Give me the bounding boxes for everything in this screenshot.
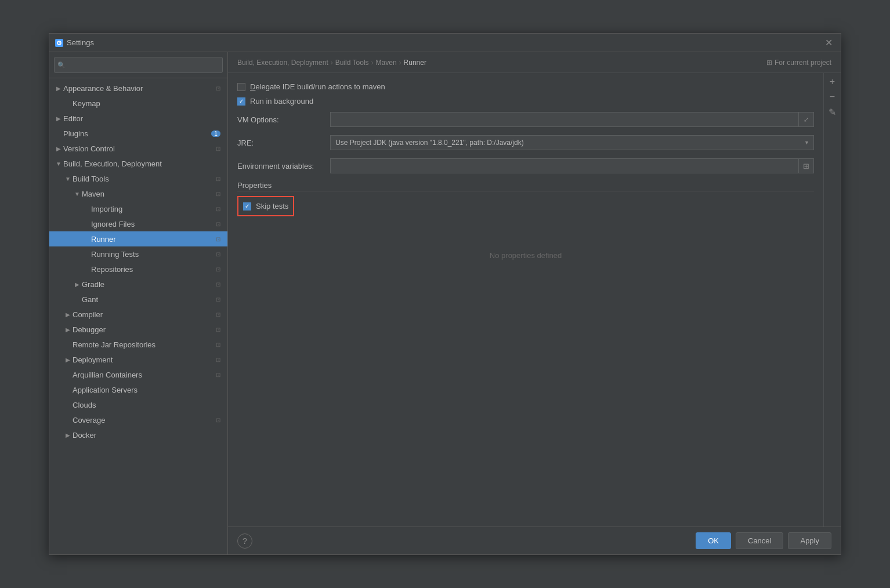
sidebar-tree: Appearance & Behavior ⊡ Keymap Editor Pl… [49,78,227,554]
edit-property-button[interactable]: ✎ [826,106,839,118]
jre-row: JRE: Use Project JDK (java version "1.8.… [237,135,814,151]
settings-content: Delegate IDE build/run actions to maven … [228,73,823,527]
sidebar-item-deployment[interactable]: Deployment ⊡ [49,352,227,367]
sidebar-item-running-tests[interactable]: Running Tests ⊡ [49,246,227,262]
sidebar-item-label: Editor [63,114,223,123]
copy-icon: ⊡ [214,280,223,289]
sidebar-item-compiler[interactable]: Compiler ⊡ [49,307,227,322]
arrow-editor [54,114,63,123]
env-vars-row: Environment variables: ⊞ [237,158,814,174]
sidebar-item-plugins[interactable]: Plugins 1 [49,126,227,141]
sidebar-item-application-servers[interactable]: Application Servers [49,382,227,397]
sidebar-item-label: Gradle [82,280,214,289]
vm-options-row: VM Options: ⤢ [237,111,814,128]
copy-icon: ⊡ [214,310,223,319]
breadcrumb: Build, Execution, Deployment › Build Too… [237,59,426,67]
delegate-checkbox[interactable] [237,83,245,91]
search-input[interactable] [54,57,223,73]
sidebar-item-repositories[interactable]: Repositories ⊡ [49,262,227,277]
sidebar-item-build-execution[interactable]: Build, Execution, Deployment [49,156,227,171]
apply-button[interactable]: Apply [788,532,831,549]
copy-icon: ⊡ [214,249,223,259]
copy-icon: ⊡ [214,264,223,274]
sidebar-item-coverage[interactable]: Coverage ⊡ [49,412,227,427]
sidebar-item-label: Runner [91,235,214,244]
sidebar-item-remote-jar[interactable]: Remote Jar Repositories ⊡ [49,337,227,352]
sidebar-item-label: Arquillian Containers [73,371,214,379]
sidebar-item-clouds[interactable]: Clouds [49,397,227,412]
jre-select[interactable]: Use Project JDK (java version "1.8.0_221… [330,135,814,150]
sidebar-item-label: Build, Execution, Deployment [63,159,223,168]
sidebar-item-label: Remote Jar Repositories [73,340,214,349]
sidebar-item-label: Keymap [73,99,223,108]
copy-icon: ⊡ [214,340,223,349]
breadcrumb-current: Runner [404,59,426,67]
properties-label: Properties [237,181,814,191]
env-browse-btn[interactable]: ⊞ [799,158,814,173]
vm-options-input[interactable] [330,112,799,127]
env-vars-control: ⊞ [330,158,814,173]
sidebar-item-gradle[interactable]: Gradle ⊡ [49,277,227,292]
run-background-label: Run in background [250,97,313,106]
delegate-checkbox-row: Delegate IDE build/run actions to maven [237,82,814,91]
sidebar-item-label: Docker [73,431,223,440]
sidebar: Appearance & Behavior ⊡ Keymap Editor Pl… [49,52,228,554]
run-background-checkbox[interactable] [237,97,245,106]
copy-icon: ⊡ [214,295,223,304]
sidebar-item-version-control[interactable]: Version Control ⊡ [49,141,227,156]
sidebar-item-label: Appearance & Behavior [63,84,214,93]
sidebar-item-label: Build Tools [73,175,214,183]
no-properties-text: No properties defined [237,251,814,260]
sidebar-item-build-tools[interactable]: Build Tools ⊡ [49,171,227,186]
copy-icon: ⊡ [214,144,223,153]
copy-icon: ⊡ [214,204,223,213]
sidebar-item-label: Gant [82,295,214,304]
add-property-button[interactable]: + [826,75,839,88]
breadcrumb-sep: › [399,59,401,67]
copy-icon: ⊡ [214,355,223,364]
search-box [49,52,227,78]
help-button[interactable]: ? [237,533,252,549]
sidebar-item-maven[interactable]: Maven ⊡ [49,186,227,201]
vm-options-expand-btn[interactable]: ⤢ [799,112,814,127]
cancel-button[interactable]: Cancel [736,532,783,549]
skip-tests-checkbox[interactable] [243,202,251,210]
remove-property-button[interactable]: − [826,90,839,103]
arrow-debugger [63,325,73,334]
dialog-title: Settings [67,38,94,47]
sidebar-item-docker[interactable]: Docker [49,427,227,442]
settings-icon [55,39,63,47]
env-vars-input[interactable] [330,158,799,173]
ok-button[interactable]: OK [696,532,731,549]
sidebar-item-label: Clouds [73,401,223,409]
jre-label: JRE: [237,139,330,147]
sidebar-item-ignored-files[interactable]: Ignored Files ⊡ [49,216,227,231]
sidebar-item-appearance[interactable]: Appearance & Behavior ⊡ [49,81,227,96]
sidebar-item-label: Plugins [63,129,211,138]
sidebar-item-debugger[interactable]: Debugger ⊡ [49,322,227,337]
sidebar-item-editor[interactable]: Editor [49,111,227,126]
vm-options-input-wrap: ⤢ [330,112,814,127]
sidebar-item-keymap[interactable]: Keymap [49,96,227,111]
skip-tests-box: Skip tests [237,196,294,216]
sidebar-item-label: Deployment [73,355,214,364]
sidebar-item-runner[interactable]: Runner ⊡ [49,231,227,246]
jre-control: Use Project JDK (java version "1.8.0_221… [330,135,814,150]
settings-dialog: Settings ✕ Appearance & Behavior ⊡ [49,33,841,555]
close-button[interactable]: ✕ [822,37,835,49]
arrow-build-tools [63,174,73,183]
plugins-badge: 1 [211,130,220,137]
arrow-compiler [63,310,73,319]
copy-icon: ⊡ [214,189,223,198]
title-bar-left: Settings [55,38,94,47]
sidebar-item-gant[interactable]: Gant ⊡ [49,292,227,307]
sidebar-item-label: Repositories [91,265,214,274]
breadcrumb-sep: › [371,59,374,67]
main-panel: Build, Execution, Deployment › Build Too… [228,52,841,554]
arrow-deployment [63,355,73,364]
sidebar-item-arquillian[interactable]: Arquillian Containers ⊡ [49,367,227,382]
sidebar-item-label: Running Tests [91,250,214,259]
sidebar-item-importing[interactable]: Importing ⊡ [49,201,227,216]
breadcrumb-bar: Build, Execution, Deployment › Build Too… [228,52,841,73]
breadcrumb-part-1: Build, Execution, Deployment [237,59,328,67]
